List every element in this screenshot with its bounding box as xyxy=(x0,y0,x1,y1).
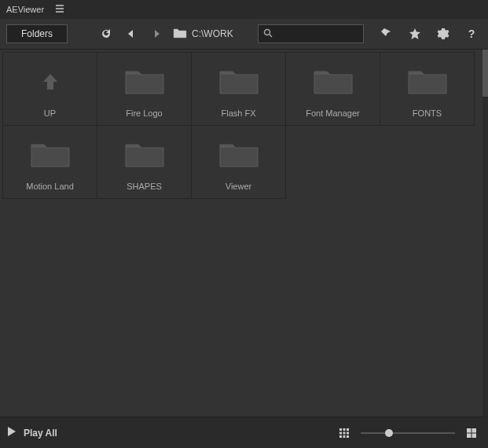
view-large-icon[interactable] xyxy=(463,424,480,442)
favorite-icon[interactable] xyxy=(406,25,424,42)
folder-shapes[interactable]: SHAPES xyxy=(97,125,192,199)
svg-rect-4 xyxy=(347,428,349,431)
zoom-slider[interactable] xyxy=(361,432,455,434)
folder-icon xyxy=(407,60,448,104)
refresh-icon[interactable] xyxy=(97,25,115,42)
help-icon[interactable]: ? xyxy=(463,25,480,42)
view-small-icon[interactable] xyxy=(336,424,353,442)
svg-rect-13 xyxy=(467,433,471,438)
folder-icon xyxy=(124,133,165,177)
svg-rect-3 xyxy=(343,428,346,431)
folder-fire-logo[interactable]: Fire Logo xyxy=(97,52,192,126)
titlebar: AEViewer xyxy=(0,0,488,19)
folder-icon xyxy=(30,133,71,177)
svg-rect-10 xyxy=(347,435,349,438)
up-folder[interactable]: UP xyxy=(2,52,97,126)
play-all-button[interactable]: Play All xyxy=(8,427,57,439)
svg-rect-8 xyxy=(339,435,342,438)
item-label: FONTS xyxy=(413,108,442,118)
folder-icon xyxy=(218,133,259,177)
scrollbar[interactable] xyxy=(482,50,488,417)
search-input[interactable] xyxy=(258,24,364,43)
svg-rect-6 xyxy=(343,431,346,434)
folders-button[interactable]: Folders xyxy=(6,24,68,43)
item-label: UP xyxy=(44,108,56,118)
breadcrumb[interactable]: C:\WORK xyxy=(173,27,233,42)
item-label: Motion Land xyxy=(26,182,74,191)
folder-flash-fx[interactable]: Flash FX xyxy=(191,52,286,126)
settings-icon[interactable] xyxy=(435,25,452,42)
play-icon xyxy=(8,427,16,439)
folder-icon xyxy=(124,60,165,104)
folder-icon xyxy=(173,27,187,42)
play-all-label: Play All xyxy=(24,428,57,439)
svg-rect-11 xyxy=(467,428,471,433)
svg-rect-9 xyxy=(343,435,346,438)
scrollbar-thumb[interactable] xyxy=(482,50,488,97)
svg-rect-5 xyxy=(339,431,342,434)
forward-icon[interactable] xyxy=(148,25,165,42)
svg-rect-2 xyxy=(339,428,342,431)
up-arrow-icon xyxy=(40,60,61,104)
svg-text:?: ? xyxy=(468,28,475,40)
content-area: UP Fire Logo Flash FX Font Manager FONTS xyxy=(0,49,488,417)
svg-rect-12 xyxy=(472,428,477,433)
footer: Play All xyxy=(0,417,488,448)
folder-motion-land[interactable]: Motion Land xyxy=(2,125,97,199)
svg-rect-7 xyxy=(347,431,349,434)
tag-icon[interactable] xyxy=(378,25,395,42)
current-path: C:\WORK xyxy=(192,28,233,39)
folder-icon xyxy=(313,60,354,104)
item-label: Fire Logo xyxy=(126,108,162,118)
panel-menu-icon[interactable] xyxy=(55,4,64,15)
svg-rect-14 xyxy=(472,433,477,438)
folder-font-manager[interactable]: Font Manager xyxy=(285,52,380,126)
toolbar: Folders C:\WORK ? xyxy=(0,19,488,49)
item-label: Viewer xyxy=(226,182,251,191)
svg-point-0 xyxy=(265,29,270,35)
zoom-slider-knob[interactable] xyxy=(385,429,393,437)
item-label: SHAPES xyxy=(127,182,162,191)
folder-icon xyxy=(218,60,259,104)
back-icon[interactable] xyxy=(123,25,140,42)
item-label: Flash FX xyxy=(221,108,255,118)
app-title: AEViewer xyxy=(6,5,44,14)
search-field[interactable] xyxy=(277,28,358,39)
item-label: Font Manager xyxy=(306,108,359,118)
search-icon xyxy=(263,28,273,40)
folder-viewer[interactable]: Viewer xyxy=(191,125,286,199)
folder-grid: UP Fire Logo Flash FX Font Manager FONTS xyxy=(0,50,482,417)
folder-fonts[interactable]: FONTS xyxy=(380,52,475,126)
